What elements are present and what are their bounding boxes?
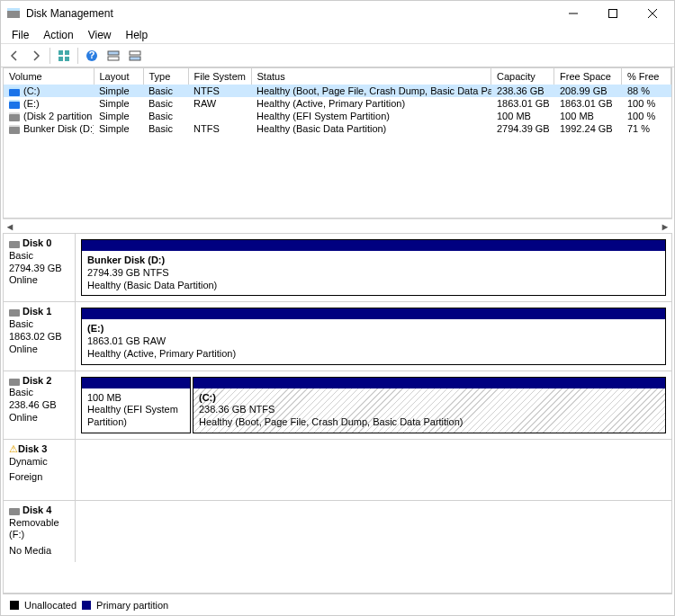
legend-label-unallocated: Unallocated [24,600,76,611]
disk-state: Online [9,274,69,287]
disk-type: Basic [9,250,69,263]
app-icon [6,6,21,21]
disk-name: Disk 0 [22,237,51,248]
disk-row-0[interactable]: Disk 0 Basic 2794.39 GB Online Bunker Di… [4,234,671,302]
partition-title: Bunker Disk (D:) [87,254,660,267]
svg-rect-0 [7,10,20,18]
svg-rect-8 [58,57,63,61]
disk-icon [9,506,20,515]
toolbar-separator [77,48,78,64]
drive-icon [9,125,20,134]
disk-row-3[interactable]: ⚠Disk 3 Dynamic Foreign [4,440,671,501]
disk-type: Basic [9,318,69,331]
table-row[interactable]: (C:)SimpleBasicNTFSHealthy (Boot, Page F… [4,85,671,97]
disk-type: Basic [9,387,69,399]
drive-icon [9,112,20,121]
svg-rect-13 [108,57,119,60]
partition-d2-c[interactable]: (C:) 238.36 GB NTFS Healthy (Boot, Page … [193,377,666,433]
legend-swatch-primary [82,601,91,610]
svg-rect-15 [130,57,140,60]
toolbar-separator [50,48,50,64]
column-header-row: Volume Layout Type File System Status Ca… [4,68,671,85]
disk-state: Online [9,412,69,424]
disk-info-cell: Disk 2 Basic 238.46 GB Online [4,371,76,439]
col-filesystem[interactable]: File System [188,68,251,85]
forward-button[interactable] [26,46,46,66]
window-title: Disk Management [26,7,554,20]
menu-file[interactable]: File [4,27,36,43]
view-bottom-button[interactable] [125,46,145,66]
disk-graphical-view: Disk 0 Basic 2794.39 GB Online Bunker Di… [3,233,672,594]
partition-size: 2794.39 GB NTFS [87,267,660,280]
partition-color-bar [82,378,190,388]
maximize-button[interactable] [593,1,633,26]
horizontal-scrollbar[interactable]: ◄ ► [3,219,672,233]
scroll-left-icon[interactable]: ◄ [3,219,17,234]
disk-type: Removable (F:) [9,517,69,542]
partition-color-bar [82,308,665,319]
disk-info-cell: ⚠Disk 3 Dynamic Foreign [4,440,76,500]
svg-text:?: ? [89,49,95,60]
drive-icon [9,100,20,109]
partition-size: 238.36 GB NTFS [199,404,660,416]
col-status[interactable]: Status [251,68,491,85]
disk-row-1[interactable]: Disk 1 Basic 1863.02 GB Online (E:) 1863… [4,302,671,370]
menu-help[interactable]: Help [119,27,156,43]
refresh-button[interactable] [54,46,74,66]
col-freespace[interactable]: Free Space [554,68,622,85]
menu-view[interactable]: View [81,27,119,43]
volume-list: Volume Layout Type File System Status Ca… [3,67,672,219]
col-volume[interactable]: Volume [4,68,94,85]
disk-icon [9,377,20,386]
col-layout[interactable]: Layout [94,68,143,85]
svg-rect-3 [609,10,617,18]
disk-name: Disk 2 [22,375,51,386]
disk-info-cell: Disk 1 Basic 1863.02 GB Online [4,302,76,370]
partition-color-bar [82,240,665,251]
table-row[interactable]: (E:)SimpleBasicRAWHealthy (Active, Prima… [4,97,671,110]
svg-rect-1 [7,8,20,11]
drive-icon [9,87,20,96]
table-row[interactable]: Bunker Disk (D:)SimpleBasicNTFSHealthy (… [4,122,671,135]
disk-info-cell: Disk 4 Removable (F:) No Media [4,501,76,562]
disk-row-4[interactable]: Disk 4 Removable (F:) No Media [4,501,671,562]
scroll-right-icon[interactable]: ► [658,219,672,234]
partition-status: Healthy (Boot, Page File, Crash Dump, Ba… [199,416,660,429]
close-button[interactable] [633,1,672,26]
disk-name: Disk 3 [18,443,47,454]
partition-title: (E:) [87,323,660,335]
disk-icon [9,239,20,248]
partition-d0-bunker[interactable]: Bunker Disk (D:) 2794.39 GB NTFS Healthy… [81,239,666,296]
svg-rect-9 [65,57,69,61]
menu-action[interactable]: Action [36,27,80,43]
svg-rect-6 [58,50,63,55]
view-top-button[interactable] [104,46,123,66]
svg-rect-14 [130,51,140,55]
minimize-button[interactable] [554,1,593,26]
disk-type: Dynamic [9,456,69,469]
partition-color-bar [194,378,665,388]
svg-rect-12 [108,51,119,55]
title-bar: Disk Management [1,1,674,26]
partition-size: 100 MB [87,392,184,405]
partition-status: Healthy (EFI System Partition) [87,404,184,429]
disk-state: No Media [9,545,69,558]
disk-size: 238.46 GB [9,399,69,412]
back-button[interactable] [4,46,24,66]
partition-d2-efi[interactable]: 100 MB Healthy (EFI System Partition) [81,377,191,433]
col-pctfree[interactable]: % Free [622,68,671,85]
help-button[interactable]: ? [82,46,102,66]
partition-status: Healthy (Basic Data Partition) [87,280,660,292]
toolbar: ? [1,44,674,67]
partition-size: 1863.01 GB RAW [87,335,660,348]
disk-name: Disk 4 [22,504,51,515]
partition-d1-e[interactable]: (E:) 1863.01 GB RAW Healthy (Active, Pri… [81,308,666,364]
table-row[interactable]: (Disk 2 partition 1)SimpleBasicHealthy (… [4,110,671,122]
legend: Unallocated Primary partition [3,594,672,615]
disk-info-cell: Disk 0 Basic 2794.39 GB Online [4,234,76,301]
col-type[interactable]: Type [143,68,188,85]
col-capacity[interactable]: Capacity [491,68,554,85]
disk-row-2[interactable]: Disk 2 Basic 238.46 GB Online 100 MB Hea… [4,371,671,440]
menu-bar: File Action View Help [1,26,674,44]
partition-status: Healthy (Active, Primary Partition) [87,348,660,361]
